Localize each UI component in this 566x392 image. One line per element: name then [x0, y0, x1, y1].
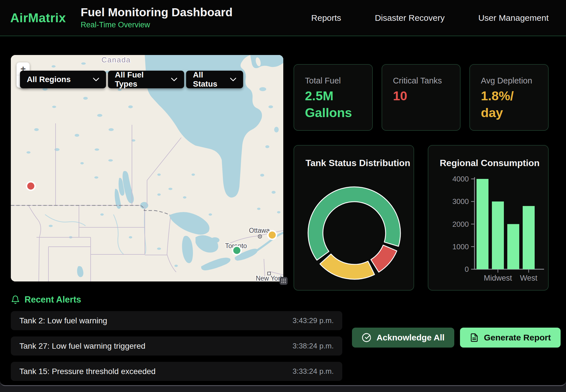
map-marker-normal[interactable]: [233, 246, 241, 255]
stat-card-critical-tanks: Critical Tanks 10: [382, 64, 461, 131]
alert-timestamp: 3:43:29 p.m.: [292, 316, 334, 325]
map-city-label-new-york: New York: [256, 275, 283, 281]
stat-label: Critical Tanks: [393, 76, 449, 85]
map-filters: All Regions All Fuel Types All Status: [20, 71, 243, 88]
generate-report-button[interactable]: Generate Report: [460, 328, 561, 348]
bar-1[interactable]: [492, 201, 504, 269]
map-marker-critical[interactable]: [27, 182, 35, 190]
stat-card-avg-depletion: Avg Depletion 1.8%/day: [469, 64, 549, 131]
title-block: Fuel Monitoring Dashboard Real-Time Over…: [81, 6, 233, 29]
page-subtitle: Real-Time Overview: [81, 21, 233, 29]
map-city-label-ottawa: Ottawa: [249, 227, 270, 234]
page-title: Fuel Monitoring Dashboard: [81, 6, 233, 19]
brand-logo: AirMatrix: [10, 11, 81, 25]
nav-item-user-management[interactable]: User Management: [478, 13, 549, 23]
stat-label: Total Fuel: [305, 76, 361, 85]
document-icon: [470, 333, 479, 342]
bar-2[interactable]: [507, 224, 519, 270]
app-header: AirMatrix Fuel Monitoring Dashboard Real…: [0, 0, 566, 36]
alerts-title: Recent Alerts: [25, 295, 81, 305]
stat-value: 10: [393, 88, 449, 105]
check-circle-icon: [362, 333, 371, 342]
map-country-label: Canada: [101, 56, 131, 64]
svg-text:Midwest: Midwest: [484, 274, 512, 282]
alert-message: Tank 15: Pressure threshold exceeded: [19, 367, 156, 376]
status-filter-dropdown[interactable]: All Status: [186, 71, 243, 88]
svg-text:1000: 1000: [452, 242, 469, 251]
region-filter-dropdown[interactable]: All Regions: [20, 71, 106, 88]
stat-value: 1.8%/day: [481, 88, 537, 121]
alert-row[interactable]: Tank 27: Low fuel warning triggered 3:38…: [11, 336, 342, 356]
regional-consumption-chart-card: Regional Consumption 01000200030004000Mi…: [428, 145, 549, 291]
grip-dots-icon: [281, 278, 286, 283]
main-content: Canada Ottawa Toronto New York: [0, 36, 566, 291]
donut-segment-warning[interactable]: [320, 254, 375, 279]
map-canvas[interactable]: Canada Ottawa Toronto New York: [11, 55, 283, 281]
svg-text:3000: 3000: [452, 197, 469, 206]
panel-drag-handle[interactable]: [280, 277, 288, 285]
alert-row[interactable]: Tank 2: Low fuel warning 3:43:29 p.m.: [11, 311, 342, 330]
alert-timestamp: 3:38:24 p.m.: [292, 342, 334, 350]
bell-icon: [11, 295, 20, 304]
acknowledge-all-button[interactable]: Acknowledge All: [352, 328, 454, 348]
map-panel: Canada Ottawa Toronto New York: [11, 55, 283, 281]
alerts-heading: Recent Alerts: [11, 295, 566, 305]
main-nav: Reports Disaster Recovery User Managemen…: [311, 13, 549, 23]
tank-status-donut-chart[interactable]: [294, 146, 414, 291]
tank-status-chart-card: Tank Status Distribution: [294, 145, 414, 291]
stats-row: Total Fuel 2.5MGallons Critical Tanks 10…: [294, 64, 549, 131]
chevron-down-icon: [93, 77, 99, 81]
nav-item-disaster-recovery[interactable]: Disaster Recovery: [375, 13, 445, 23]
dashboard-app: AirMatrix Fuel Monitoring Dashboard Real…: [0, 0, 566, 386]
map-svg: Canada Ottawa Toronto New York: [11, 55, 283, 281]
fuel-type-filter-value: All Fuel Types: [115, 70, 165, 89]
svg-text:4000: 4000: [452, 175, 469, 183]
region-filter-value: All Regions: [27, 75, 71, 84]
right-column: Total Fuel 2.5MGallons Critical Tanks 10…: [294, 55, 549, 291]
alert-timestamp: 3:33:24 p.m.: [292, 367, 334, 376]
svg-text:West: West: [520, 274, 538, 282]
alert-message: Tank 27: Low fuel warning triggered: [19, 342, 145, 351]
alert-actions: Acknowledge All Generate Report: [352, 311, 561, 386]
charts-row: Tank Status Distribution Regional Consum…: [294, 145, 549, 291]
bar-3[interactable]: [523, 206, 535, 269]
svg-text:0: 0: [465, 265, 469, 273]
alerts-body: Tank 2: Low fuel warning 3:43:29 p.m. Ta…: [11, 311, 566, 386]
stat-label: Avg Depletion: [481, 76, 537, 85]
fuel-type-filter-dropdown[interactable]: All Fuel Types: [108, 71, 184, 88]
map-georgian-bay: [210, 237, 219, 243]
alert-list: Tank 2: Low fuel warning 3:43:29 p.m. Ta…: [11, 311, 342, 386]
chevron-down-icon: [230, 77, 236, 81]
stat-value: 2.5MGallons: [305, 88, 361, 121]
status-filter-value: All Status: [193, 70, 224, 89]
alert-message: Tank 2: Low fuel warning: [19, 316, 107, 325]
bar-0[interactable]: [477, 179, 488, 269]
stat-card-total-fuel: Total Fuel 2.5MGallons: [294, 64, 373, 131]
map-marker-warning[interactable]: [268, 231, 276, 239]
regional-consumption-bar-chart[interactable]: 01000200030004000MidwestWest: [428, 146, 549, 291]
chevron-down-icon: [171, 77, 177, 81]
nav-item-reports[interactable]: Reports: [311, 13, 341, 23]
svg-text:2000: 2000: [452, 220, 469, 228]
alerts-section: Recent Alerts Tank 2: Low fuel warning 3…: [0, 291, 566, 386]
alert-row[interactable]: Tank 15: Pressure threshold exceeded 3:3…: [11, 362, 342, 381]
map-island: [264, 68, 268, 75]
donut-segment-critical[interactable]: [371, 245, 397, 272]
